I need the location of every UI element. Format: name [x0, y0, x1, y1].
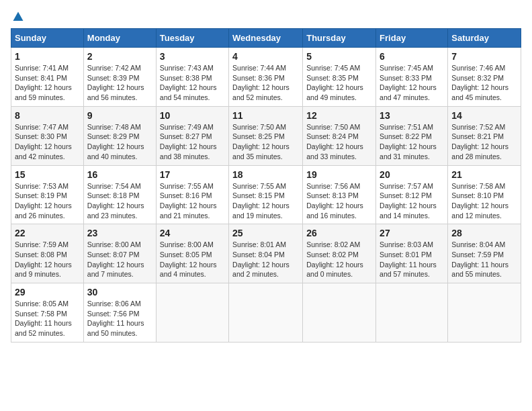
calendar-cell	[229, 283, 303, 342]
day-info: Sunrise: 7:43 AMSunset: 8:38 PMDaylight:…	[160, 63, 225, 103]
day-info: Sunrise: 8:03 AMSunset: 8:01 PMDaylight:…	[380, 240, 444, 279]
day-number: 13	[380, 110, 444, 121]
day-number: 14	[451, 110, 517, 121]
weekday-header-saturday: Saturday	[448, 29, 521, 48]
calendar-cell: 18Sunrise: 7:55 AMSunset: 8:15 PMDayligh…	[229, 165, 303, 224]
calendar-cell: 1Sunrise: 7:41 AMSunset: 8:41 PMDaylight…	[11, 48, 84, 107]
day-info: Sunrise: 8:05 AMSunset: 7:58 PMDaylight:…	[15, 299, 80, 338]
day-number: 21	[451, 169, 517, 180]
day-number: 26	[306, 228, 372, 238]
day-info: Sunrise: 8:00 AMSunset: 8:07 PMDaylight:…	[87, 240, 152, 279]
calendar-cell: 11Sunrise: 7:50 AMSunset: 8:25 PMDayligh…	[229, 106, 303, 165]
calendar-body: 1Sunrise: 7:41 AMSunset: 8:41 PMDaylight…	[11, 48, 521, 342]
day-info: Sunrise: 7:50 AMSunset: 8:24 PMDaylight:…	[306, 122, 372, 162]
calendar-cell: 24Sunrise: 8:00 AMSunset: 8:05 PMDayligh…	[156, 224, 228, 283]
calendar-cell: 13Sunrise: 7:51 AMSunset: 8:22 PMDayligh…	[376, 106, 448, 165]
calendar-cell: 10Sunrise: 7:49 AMSunset: 8:27 PMDayligh…	[156, 106, 228, 165]
calendar-cell: 26Sunrise: 8:02 AMSunset: 8:02 PMDayligh…	[303, 224, 376, 283]
calendar-cell: 30Sunrise: 8:06 AMSunset: 7:56 PMDayligh…	[83, 283, 156, 342]
day-number: 30	[87, 287, 152, 298]
calendar-cell	[303, 283, 376, 342]
calendar-cell	[156, 283, 228, 342]
day-info: Sunrise: 7:44 AMSunset: 8:36 PMDaylight:…	[232, 63, 299, 103]
svg-marker-0	[13, 12, 24, 21]
day-number: 5	[306, 51, 372, 62]
day-number: 10	[160, 110, 225, 121]
day-info: Sunrise: 7:54 AMSunset: 8:18 PMDaylight:…	[87, 181, 152, 221]
day-info: Sunrise: 7:55 AMSunset: 8:16 PMDaylight:…	[160, 181, 225, 221]
day-info: Sunrise: 8:02 AMSunset: 8:02 PMDaylight:…	[306, 240, 372, 279]
calendar-cell: 23Sunrise: 8:00 AMSunset: 8:07 PMDayligh…	[83, 224, 156, 283]
calendar-week-row: 29Sunrise: 8:05 AMSunset: 7:58 PMDayligh…	[11, 283, 521, 342]
calendar-cell: 28Sunrise: 8:04 AMSunset: 7:59 PMDayligh…	[448, 224, 521, 283]
day-number: 1	[15, 51, 80, 62]
calendar-week-row: 8Sunrise: 7:47 AMSunset: 8:30 PMDaylight…	[11, 106, 521, 165]
day-number: 25	[232, 228, 299, 238]
calendar-header-row: SundayMondayTuesdayWednesdayThursdayFrid…	[11, 29, 521, 48]
day-number: 27	[380, 228, 444, 238]
calendar-cell	[448, 283, 521, 342]
day-info: Sunrise: 7:55 AMSunset: 8:15 PMDaylight:…	[232, 181, 299, 221]
calendar-cell: 21Sunrise: 7:58 AMSunset: 8:10 PMDayligh…	[448, 165, 521, 224]
day-info: Sunrise: 7:58 AMSunset: 8:10 PMDaylight:…	[451, 181, 517, 221]
calendar-table: SundayMondayTuesdayWednesdayThursdayFrid…	[11, 28, 521, 342]
calendar-cell: 8Sunrise: 7:47 AMSunset: 8:30 PMDaylight…	[11, 106, 84, 165]
day-info: Sunrise: 8:00 AMSunset: 8:05 PMDaylight:…	[160, 240, 225, 279]
day-info: Sunrise: 7:52 AMSunset: 8:21 PMDaylight:…	[451, 122, 517, 162]
calendar-cell: 19Sunrise: 7:56 AMSunset: 8:13 PMDayligh…	[303, 165, 376, 224]
calendar-cell: 17Sunrise: 7:55 AMSunset: 8:16 PMDayligh…	[156, 165, 228, 224]
calendar-cell: 12Sunrise: 7:50 AMSunset: 8:24 PMDayligh…	[303, 106, 376, 165]
day-number: 23	[87, 228, 152, 238]
day-info: Sunrise: 7:50 AMSunset: 8:25 PMDaylight:…	[232, 122, 299, 162]
calendar-cell: 3Sunrise: 7:43 AMSunset: 8:38 PMDaylight…	[156, 48, 228, 107]
calendar-cell: 22Sunrise: 7:59 AMSunset: 8:08 PMDayligh…	[11, 224, 84, 283]
calendar-cell: 14Sunrise: 7:52 AMSunset: 8:21 PMDayligh…	[448, 106, 521, 165]
day-info: Sunrise: 7:51 AMSunset: 8:22 PMDaylight:…	[380, 122, 444, 162]
weekday-header-thursday: Thursday	[303, 29, 376, 48]
calendar-cell: 16Sunrise: 7:54 AMSunset: 8:18 PMDayligh…	[83, 165, 156, 224]
day-info: Sunrise: 7:47 AMSunset: 8:30 PMDaylight:…	[15, 122, 80, 162]
calendar-cell: 7Sunrise: 7:46 AMSunset: 8:32 PMDaylight…	[448, 48, 521, 107]
day-info: Sunrise: 7:56 AMSunset: 8:13 PMDaylight:…	[306, 181, 372, 221]
weekday-header-tuesday: Tuesday	[156, 29, 228, 48]
calendar-week-row: 1Sunrise: 7:41 AMSunset: 8:41 PMDaylight…	[11, 48, 521, 107]
day-info: Sunrise: 7:57 AMSunset: 8:12 PMDaylight:…	[380, 181, 444, 221]
day-number: 6	[380, 51, 444, 62]
calendar-cell: 4Sunrise: 7:44 AMSunset: 8:36 PMDaylight…	[229, 48, 303, 107]
day-number: 19	[306, 169, 372, 180]
day-number: 18	[232, 169, 299, 180]
day-info: Sunrise: 7:45 AMSunset: 8:33 PMDaylight:…	[380, 63, 444, 103]
day-number: 3	[160, 51, 225, 62]
day-info: Sunrise: 7:42 AMSunset: 8:39 PMDaylight:…	[87, 63, 152, 103]
calendar-cell: 15Sunrise: 7:53 AMSunset: 8:19 PMDayligh…	[11, 165, 84, 224]
day-info: Sunrise: 7:46 AMSunset: 8:32 PMDaylight:…	[451, 63, 517, 103]
day-number: 20	[380, 169, 444, 180]
day-number: 7	[451, 51, 517, 62]
calendar-week-row: 22Sunrise: 7:59 AMSunset: 8:08 PMDayligh…	[11, 224, 521, 283]
day-number: 8	[15, 110, 80, 121]
day-info: Sunrise: 8:01 AMSunset: 8:04 PMDaylight:…	[232, 240, 299, 279]
day-info: Sunrise: 8:04 AMSunset: 7:59 PMDaylight:…	[451, 240, 517, 279]
logo-icon	[12, 11, 24, 23]
weekday-header-sunday: Sunday	[11, 29, 84, 48]
calendar-week-row: 15Sunrise: 7:53 AMSunset: 8:19 PMDayligh…	[11, 165, 521, 224]
calendar-cell: 20Sunrise: 7:57 AMSunset: 8:12 PMDayligh…	[376, 165, 448, 224]
calendar-cell: 29Sunrise: 8:05 AMSunset: 7:58 PMDayligh…	[11, 283, 84, 342]
day-number: 15	[15, 169, 80, 180]
day-info: Sunrise: 7:41 AMSunset: 8:41 PMDaylight:…	[15, 63, 80, 103]
calendar-cell: 9Sunrise: 7:48 AMSunset: 8:29 PMDaylight…	[83, 106, 156, 165]
day-info: Sunrise: 7:45 AMSunset: 8:35 PMDaylight:…	[306, 63, 372, 103]
calendar-cell: 25Sunrise: 8:01 AMSunset: 8:04 PMDayligh…	[229, 224, 303, 283]
day-number: 4	[232, 51, 299, 62]
calendar-cell: 6Sunrise: 7:45 AMSunset: 8:33 PMDaylight…	[376, 48, 448, 107]
calendar-cell: 2Sunrise: 7:42 AMSunset: 8:39 PMDaylight…	[83, 48, 156, 107]
day-number: 17	[160, 169, 225, 180]
day-number: 11	[232, 110, 299, 121]
day-number: 24	[160, 228, 225, 238]
day-number: 9	[87, 110, 152, 121]
weekday-header-friday: Friday	[376, 29, 448, 48]
calendar-cell: 27Sunrise: 8:03 AMSunset: 8:01 PMDayligh…	[376, 224, 448, 283]
day-info: Sunrise: 7:48 AMSunset: 8:29 PMDaylight:…	[87, 122, 152, 162]
calendar-cell	[376, 283, 448, 342]
day-info: Sunrise: 7:53 AMSunset: 8:19 PMDaylight:…	[15, 181, 80, 221]
